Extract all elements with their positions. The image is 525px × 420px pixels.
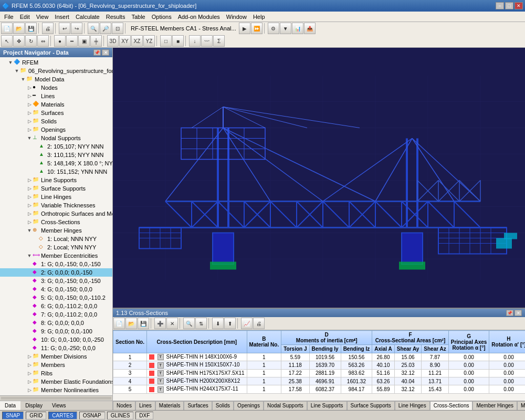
toolbar-rotate[interactable]: ↻: [25, 35, 37, 47]
bottom-tab-materials[interactable]: Materials: [155, 401, 184, 410]
tree-orthotropic[interactable]: ▷ 📁 Orthotropic Surfaces and Me: [0, 209, 112, 218]
tree-variable-thick[interactable]: ▷ 📁 Variable Thicknesses: [0, 201, 112, 209]
tree-ecc-5[interactable]: ◆ 5: G; 0,0,-150; 0,0,-110.2: [0, 293, 112, 302]
status-snap[interactable]: SNAP: [2, 412, 24, 419]
bottom-tab-surface-supports[interactable]: Surface Supports: [347, 401, 395, 410]
toolbar-wireframe[interactable]: □: [160, 35, 172, 47]
tree-ecc-10[interactable]: ◆ 10: G; 0,0,-100; 0,0,-250: [0, 335, 112, 344]
toolbar-surface[interactable]: ▣: [78, 35, 90, 47]
tree-member-elastic[interactable]: ▷ 📁 Member Elastic Foundations: [0, 377, 112, 386]
bottom-tab-member-hinges[interactable]: Member Hinges: [472, 401, 517, 410]
menu-edit[interactable]: Edit: [17, 13, 33, 21]
tree-ecc-6[interactable]: ◆ 6: G; 0,0,-110.2; 0,0,0: [0, 302, 112, 310]
tree-ecc-2[interactable]: ◆ 2: G; 0,0,0; 0,0,-150: [0, 268, 112, 277]
tree-member-eccentricities[interactable]: ▼ ⟺ Member Eccentricities: [0, 251, 112, 260]
toolbar-open[interactable]: 📂: [13, 23, 25, 34]
toolbar-move[interactable]: ✥: [13, 35, 25, 47]
menu-window[interactable]: Window: [223, 13, 250, 21]
toolbar-export[interactable]: 📤: [304, 23, 316, 34]
toolbar-redo[interactable]: ↪: [71, 23, 82, 34]
table-area[interactable]: Section No. Cross-Section Description [m…: [113, 330, 525, 401]
toolbar-mirror[interactable]: ⇔: [37, 35, 49, 47]
menu-options[interactable]: Options: [149, 13, 175, 21]
tree-member-nonlin[interactable]: ▷ 📁 Member Nonlinearities: [0, 386, 112, 394]
bottom-tab-line-supports[interactable]: Line Supports: [307, 401, 347, 410]
table-row-2[interactable]: 2 T SHAPE-THIN H 150X150X7-10 1 11.18 16…: [113, 361, 526, 369]
tree-ecc-7[interactable]: ◆ 7: G; 0,0,-110.2; 0,0,0: [0, 310, 112, 319]
status-glines[interactable]: GLINES: [107, 412, 134, 419]
status-cartes[interactable]: CARTES: [48, 412, 77, 419]
toolbar-step[interactable]: ⏩: [251, 23, 262, 34]
menu-insert[interactable]: Insert: [51, 13, 72, 21]
menu-results[interactable]: Results: [103, 13, 129, 21]
toolbar-new[interactable]: 📄: [1, 23, 13, 34]
menu-help[interactable]: Help: [250, 13, 268, 21]
tree-nodes[interactable]: ▷ ● Nodes: [0, 83, 112, 92]
toolbar-zoom-in[interactable]: 🔍: [88, 23, 99, 34]
tree-line-supports[interactable]: ▷ 📁 Line Supports: [0, 176, 112, 184]
tree-surface-supports[interactable]: ▷ 📁 Surface Supports: [0, 184, 112, 193]
tree-line-hinges[interactable]: ▷ 📁 Line Hinges: [0, 193, 112, 201]
tree-hinge-1[interactable]: ◇ 1: Local; NNN NYY: [0, 235, 112, 243]
tree-model-data[interactable]: ▼ 📁 Model Data: [0, 75, 112, 83]
toolbar-select[interactable]: ↖: [1, 35, 13, 47]
bottom-tab-member-eccentricities[interactable]: Member Eccentricities: [517, 401, 525, 410]
status-grid[interactable]: GRID: [26, 412, 46, 419]
bt-save[interactable]: 💾: [138, 318, 149, 329]
tree-solids[interactable]: ▷ 📁 Solids: [0, 117, 112, 125]
tree-surfaces[interactable]: ▷ 📁 Surfaces: [0, 109, 112, 117]
toolbar-view-3d[interactable]: 3D: [107, 35, 119, 47]
bottom-tab-openings[interactable]: Openings: [234, 401, 264, 410]
tree-support-2[interactable]: ▲ 3: 110,115; NYY NNN: [0, 151, 112, 159]
toolbar-line[interactable]: ━: [66, 35, 78, 47]
toolbar-zoom-all[interactable]: ⊡: [112, 23, 123, 34]
tree-support-3[interactable]: ▲ 5: 148,149; X 180.0 °; NYY: [0, 159, 112, 167]
menu-view[interactable]: View: [33, 13, 52, 21]
bottom-tab-nodes[interactable]: Nodes: [113, 401, 135, 410]
toolbar-view-xy[interactable]: XY: [119, 35, 131, 47]
toolbar-undo[interactable]: ↩: [59, 23, 70, 34]
table-row-5[interactable]: 5 T SHAPE-THIN H244X175X7-11 1 17.58 608…: [113, 385, 526, 393]
tree-nodal-supports[interactable]: ▼ ⊥ Nodal Supports: [0, 134, 112, 142]
bt-import[interactable]: ⬇: [212, 318, 224, 329]
toolbar-play[interactable]: ▶: [239, 23, 250, 34]
nav-tab-display[interactable]: Display: [20, 401, 47, 410]
bottom-panel-close[interactable]: ✕: [514, 310, 522, 316]
viewport[interactable]: [113, 48, 525, 308]
toolbar-stress[interactable]: Σ: [213, 35, 225, 47]
tree-materials[interactable]: ▷ 🔶 Materials: [0, 100, 112, 109]
tree-ecc-11[interactable]: ◆ 11: G; 0,0,-250; 0,0,0: [0, 344, 112, 352]
tree-member-divisions[interactable]: ▷ 📁 Member Divisions: [0, 352, 112, 361]
toolbar-settings[interactable]: ⚙: [268, 23, 279, 34]
toolbar-save[interactable]: 💾: [25, 23, 37, 34]
nav-tab-data[interactable]: Data: [0, 401, 20, 410]
bt-export[interactable]: ⬆: [224, 318, 236, 329]
status-osnap[interactable]: OSNAP: [79, 412, 105, 419]
toolbar-view-xz[interactable]: XZ: [131, 35, 143, 47]
tree-hinge-2[interactable]: ◇ 2: Local; YNN NYY: [0, 243, 112, 251]
toolbar-load[interactable]: ↓: [189, 35, 201, 47]
nav-pin-button[interactable]: 📌: [93, 49, 101, 56]
toolbar-zoom-out[interactable]: 🔎: [100, 23, 111, 34]
bt-del[interactable]: ✕: [166, 318, 178, 329]
minimize-button[interactable]: −: [496, 2, 504, 9]
tree-ecc-8[interactable]: ◆ 8: G; 0,0,0; 0,0,0: [0, 319, 112, 327]
tree-support-1[interactable]: ▲ 2: 105,107; NYY NNN: [0, 142, 112, 151]
bottom-tab-line-hinges[interactable]: Line Hinges: [395, 401, 430, 410]
bt-print[interactable]: 🖨: [253, 318, 265, 329]
tree-ribs[interactable]: ▷ 📁 Ribs: [0, 369, 112, 377]
bt-sort[interactable]: ⇅: [195, 318, 207, 329]
bt-open[interactable]: 📂: [125, 318, 137, 329]
close-button[interactable]: ✕: [514, 2, 523, 9]
bt-graph[interactable]: 📈: [241, 318, 253, 329]
tree-member-hinges[interactable]: ▼ ⊕ Member Hinges: [0, 226, 112, 235]
tree-ecc-4[interactable]: ◆ 4: G; 0,0,-150; 0,0,0: [0, 285, 112, 293]
toolbar-node[interactable]: ●: [54, 35, 66, 47]
toolbar-deform[interactable]: 〰: [201, 35, 213, 47]
status-dxf[interactable]: DXF: [135, 412, 153, 419]
tree-rfem-root[interactable]: ▼ 🔷 RFEM: [0, 58, 112, 67]
maximize-button[interactable]: □: [505, 2, 513, 9]
bt-add[interactable]: ➕: [154, 318, 166, 329]
tree-project[interactable]: ▼ 📁 06_Revolving_superstructure_for_s: [0, 67, 112, 75]
menu-calculate[interactable]: Calculate: [72, 13, 103, 21]
